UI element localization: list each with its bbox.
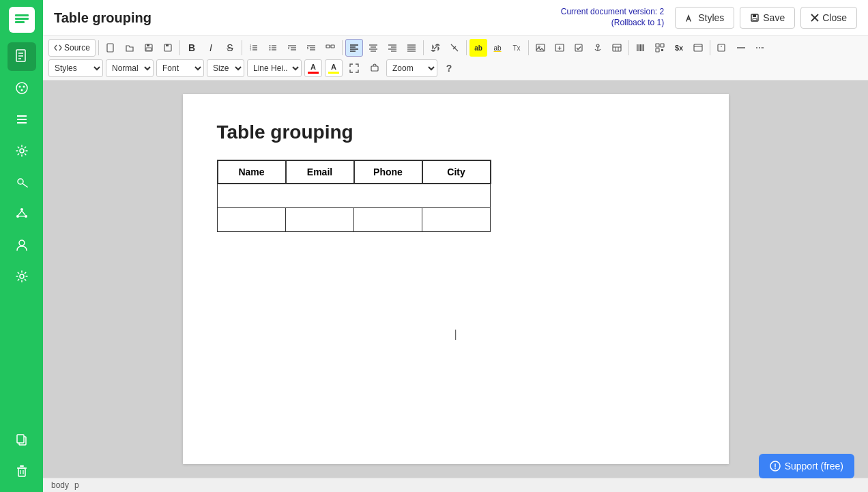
blockquote-button[interactable]: [321, 39, 339, 57]
toolbar-separator-3: [242, 40, 242, 55]
find-button[interactable]: [713, 39, 731, 57]
highlight-button[interactable]: ab: [489, 39, 506, 57]
link-button[interactable]: [426, 39, 444, 57]
svg-point-55: [270, 49, 271, 50]
new-doc-button[interactable]: [102, 39, 119, 57]
template-button[interactable]: [689, 39, 707, 57]
table-merged-cell[interactable]: [218, 184, 491, 208]
svg-rect-83: [575, 44, 582, 51]
open-button[interactable]: [121, 39, 139, 57]
image2-button[interactable]: [551, 39, 568, 57]
table-cell[interactable]: [422, 208, 491, 232]
align-justify-button[interactable]: [403, 39, 420, 57]
format-button[interactable]: [366, 59, 384, 77]
sidebar-item-network[interactable]: [8, 199, 36, 228]
formula-button[interactable]: $x: [670, 39, 688, 57]
save-button[interactable]: Save: [740, 7, 795, 29]
italic-button[interactable]: I: [202, 39, 220, 57]
source-icon: [54, 44, 62, 52]
svg-rect-90: [637, 44, 638, 51]
unlink-button[interactable]: [446, 39, 463, 57]
image-button[interactable]: [532, 39, 549, 57]
align-right-button[interactable]: [384, 39, 401, 57]
svg-point-53: [270, 45, 271, 46]
table-cell[interactable]: [218, 208, 286, 232]
close-button[interactable]: Close: [800, 7, 857, 29]
sidebar-item-palette[interactable]: [8, 74, 36, 102]
toolbar-separator: [98, 40, 99, 55]
svg-rect-28: [18, 468, 25, 476]
svg-point-84: [596, 44, 599, 47]
svg-rect-99: [694, 44, 702, 51]
normal-dropdown[interactable]: Normal: [106, 59, 154, 77]
version-info: Current document version: 2 (Rollback to…: [561, 7, 664, 28]
source-button[interactable]: Source: [48, 39, 96, 57]
lineheight-dropdown[interactable]: Line Hei...: [247, 59, 302, 77]
text-color2-button[interactable]: A: [325, 59, 343, 77]
toolbar: Source B I S 123: [43, 36, 868, 81]
svg-rect-94: [643, 44, 645, 51]
svg-rect-43: [166, 44, 169, 46]
status-p: p: [74, 480, 79, 490]
text-color-button[interactable]: A: [304, 59, 322, 77]
toolbar-separator-9: [710, 40, 710, 55]
styles-dropdown[interactable]: Styles: [48, 59, 103, 77]
zoom-dropdown[interactable]: Zoom: [386, 59, 437, 77]
status-bar: body p: [43, 478, 868, 492]
font-dropdown[interactable]: Font: [156, 59, 204, 77]
sidebar-item-settings2[interactable]: [8, 262, 36, 291]
ordered-list-button[interactable]: 123: [245, 39, 263, 57]
horizontal-rule-button[interactable]: [732, 39, 750, 57]
svg-rect-35: [753, 18, 757, 20]
checkbox-button[interactable]: [570, 39, 588, 57]
strikethrough-button[interactable]: S: [221, 39, 239, 57]
indent-button[interactable]: [302, 39, 320, 57]
svg-line-17: [23, 184, 27, 187]
sidebar-item-copy[interactable]: [8, 425, 36, 454]
svg-rect-98: [661, 49, 663, 51]
fullscreen-button[interactable]: [345, 59, 363, 77]
editor-area[interactable]: Table grouping Name Email Phone City: [43, 81, 868, 478]
document-table[interactable]: Name Email Phone City: [217, 160, 491, 232]
sidebar-item-list[interactable]: [8, 105, 36, 134]
highlight-yellow-button[interactable]: ab: [469, 39, 487, 57]
sidebar-item-user[interactable]: [8, 231, 36, 259]
page-title: Table grouping: [54, 10, 561, 26]
svg-text:3: 3: [250, 48, 252, 51]
toolbar-row-1: Source B I S 123: [48, 39, 863, 59]
size-dropdown[interactable]: Size: [207, 59, 244, 77]
svg-rect-96: [661, 44, 664, 47]
sidebar-item-settings[interactable]: [8, 136, 36, 165]
saveas-button[interactable]: [159, 39, 177, 57]
svg-rect-101: [718, 44, 725, 51]
table-header-email: Email: [286, 160, 354, 184]
sidebar-item-trash[interactable]: [8, 457, 36, 485]
outdent-button[interactable]: [283, 39, 301, 57]
editor-page[interactable]: Table grouping Name Email Phone City: [183, 94, 729, 464]
table-header-phone: Phone: [354, 160, 422, 184]
svg-point-10: [23, 86, 25, 88]
sidebar-item-document[interactable]: [8, 42, 36, 71]
svg-rect-40: [147, 44, 149, 46]
clear-format-button[interactable]: Tx: [508, 39, 525, 57]
styles-button[interactable]: Styles: [675, 7, 734, 29]
support-button[interactable]: Support (free): [759, 454, 854, 478]
barcode-button[interactable]: [632, 39, 650, 57]
align-left-button[interactable]: [345, 39, 363, 57]
pagebreak-button[interactable]: [751, 39, 769, 57]
help-button[interactable]: ?: [440, 59, 458, 77]
save2-button[interactable]: [140, 39, 158, 57]
table-cell[interactable]: [286, 208, 354, 232]
svg-point-19: [16, 215, 19, 218]
table-button[interactable]: [608, 39, 626, 57]
sidebar-item-key[interactable]: [8, 168, 36, 197]
svg-rect-92: [640, 44, 641, 51]
table-cell[interactable]: [354, 208, 422, 232]
align-center-button[interactable]: [364, 39, 382, 57]
unordered-list-button[interactable]: [264, 39, 282, 57]
anchor-button[interactable]: [589, 39, 607, 57]
table-header-name: Name: [218, 160, 286, 184]
qr-button[interactable]: [651, 39, 669, 57]
bold-button[interactable]: B: [183, 39, 201, 57]
cursor-area[interactable]: |: [217, 232, 695, 437]
